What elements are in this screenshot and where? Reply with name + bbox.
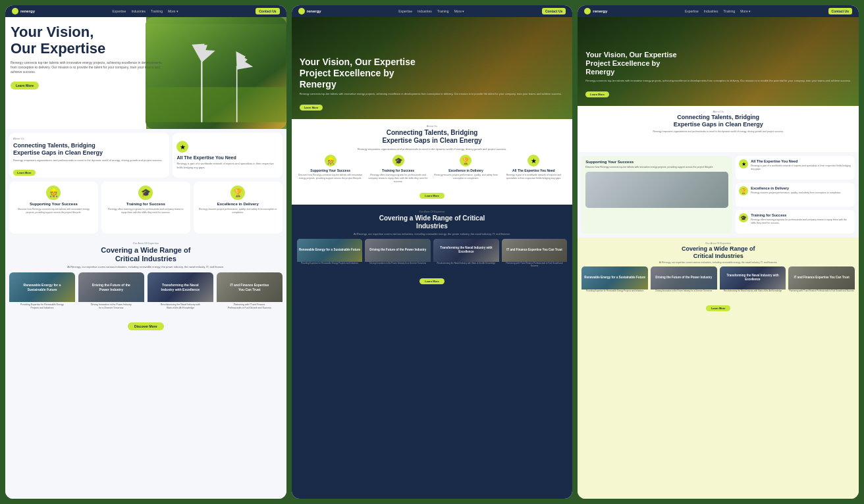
ind-text-1: At Renergy, our expertise covers various… [9,265,283,268]
hero-dark-cta-2[interactable]: Learn More [300,105,323,111]
ind-sub-renewable-1: Providing Expertise for Renewable Energy… [9,302,75,309]
about-star-icon: ★ [176,141,188,153]
hero-dark-title-2: Your Vision, Our ExpertiseProject Excell… [300,57,562,89]
ind-sub-power-1: Driving Innovation in the Power Industry… [78,302,144,309]
about-text-1: Renergy empowers organizations and profe… [13,159,165,163]
ind-cta-1[interactable]: Discover More [128,322,163,330]
ind-yellow-card-2[interactable]: Driving the Future of the Power Industry… [651,266,717,303]
panel-1: renergy Expertise Industries Training Mo… [5,5,286,499]
ind-yellow-card-1[interactable]: Renewable Energy for a Sustainable Futur… [581,266,648,303]
conn-ftitle-4: All The Expertise You Need [501,168,566,172]
ind-yellow-title: Covering a Wide Range ofCritical Industr… [581,245,855,260]
feature-title-2: Training for Success [126,202,165,206]
about-side-1: ★ All The Expertise You Need Renergy is … [173,133,282,178]
hero-text-1: Renergy connects top-tier talents with i… [11,61,165,74]
nav2-more[interactable]: More ▾ [454,9,465,13]
conn-ftitle-2: Training for Success [366,168,431,172]
features-1: 👷 Supporting Your Success Discover how R… [5,182,286,238]
ind-yellow-sub-1: Providing Expertise for Renewable Energy… [581,290,648,293]
tcl-text: Discover how Renergy connects top-tier t… [585,166,728,168]
nav-training[interactable]: Training [151,9,163,13]
ind-overlay-1: Renewable Energy for aSustainable Future [9,272,75,302]
industries-2: Our Area Of Expertise Covering a Wide Ra… [292,205,573,499]
nav-industries[interactable]: Industries [131,9,146,13]
tcr-icon-1: ★ [739,159,748,168]
conn-cta-2[interactable]: Learn More [419,193,445,199]
hero-dark-text-3: Renergy connects top-tier talents with i… [585,79,851,83]
ind-card-power-1[interactable]: Driving the Future of thePower Industry … [78,272,144,318]
tcr-text-2: Renergy ensures project performance, qua… [751,191,851,195]
ind-dark-btn-wrap: Learn More [297,278,568,284]
conn-ftext-3: Renergy ensures project performance, qua… [434,174,499,180]
conn-tag-2: About Us [298,124,566,128]
nav2-expertise[interactable]: Expertise [398,9,412,13]
ind-dark-tag-2: Our Area Of Expertise [297,210,568,213]
nav3-training[interactable]: Training [723,9,735,13]
ind-yellow-text: At Renergy, our expertise covers various… [581,261,855,264]
logo-circle [12,8,18,14]
logo-text-3: renergy [593,9,607,13]
ind-yellow-card-4[interactable]: IT and Finance Expertise You Can Trust P… [788,266,855,303]
nav-cta-2[interactable]: Contact Us [542,8,566,14]
nav3-industries[interactable]: Industries [704,9,718,13]
ind-dark-card-finance[interactable]: IT and Finance Expertise You Can Trust P… [502,239,568,275]
feature-title-3: Excellence in Delivery [217,202,259,206]
svg-rect-1 [146,87,286,122]
ind-yellow-card-3[interactable]: Transforming the Naval Industry with Exc… [720,266,786,303]
conn-feat-1: 👷 Supporting Your Success Discover how R… [298,155,363,184]
ind-card-finance-1[interactable]: IT and Finance ExpertiseYou Can Trust Pa… [217,272,283,318]
about-tag-1: About Us [13,137,165,140]
nav-links-1: Expertise Industries Training More ▾ [113,9,178,13]
ind-dark-card-renewable[interactable]: Renewable Energy for a Sustainable Futur… [297,239,363,275]
nav-3: renergy Expertise Industries Training Mo… [578,5,859,17]
feature-card-2: 🎓 Training for Success Renergy offers tr… [101,182,190,234]
connecting-2: About Us Connecting Talents, BridgingExp… [292,119,573,205]
panel-3: renergy Expertise Industries Training Mo… [578,5,859,499]
logo-text-2: renergy [307,9,321,13]
ind-card-renewable-1[interactable]: Renewable Energy for aSustainable Future… [9,272,75,318]
conn-ftext-4: Renergy is part of a worldwide network o… [501,174,566,180]
ind-dark-card-naval[interactable]: Transforming the Naval Industry with Exc… [433,239,499,275]
feature-card-3: 🏆 Excellence in Delivery Renergy ensures… [194,182,283,234]
ind-grid-1: Renewable Energy for aSustainable Future… [9,272,283,318]
tcr-title-2: Excellence in Delivery [751,186,851,190]
nav-cta-3[interactable]: Contact Us [828,8,852,14]
about-cta-1[interactable]: Learn More [13,170,36,176]
ind-dark-sub-1: Providing Expertise for Renewable Energy… [297,262,363,265]
industries-3: Our Area Of Expertise Covering a Wide Ra… [578,238,859,499]
hero-1: Your Vision,Our Expertise Renergy connec… [5,17,286,129]
tcr-text-1: Renergy is part of a worldwide network o… [751,164,851,170]
tcl-title: Supporting Your Success [585,160,728,164]
nav-more[interactable]: More ▾ [168,9,178,13]
ind-title-1: Covering a Wide Range ofCritical Industr… [9,246,283,263]
feature-icon-2: 🎓 [138,186,153,200]
ind-dark-cta-2[interactable]: Learn More [419,278,445,284]
nav3-expertise[interactable]: Expertise [685,9,699,13]
feature-icon-1: 👷 [46,186,61,200]
conn-ftext-1: Discover how Renergy connects top-tier t… [298,174,363,180]
ind-dark-card-power[interactable]: Driving the Future of the Power Industry… [365,239,431,275]
industries-1: Our Area Of Expertise Covering a Wide Ra… [5,238,286,499]
ind-sub-naval-1: Revolutionizing the Naval Industry withS… [148,302,213,309]
nav-cta[interactable]: Contact Us [256,8,279,14]
nav3-more[interactable]: More ▾ [740,9,751,13]
hero-title-1: Your Vision,Our Expertise [11,24,165,57]
ind-overlay-4: IT and Finance ExpertiseYou Can Trust [217,272,283,302]
tcr-feat-3: 🎓 Training for Success Renergy offers tr… [736,210,855,234]
nav2-industries[interactable]: Industries [418,9,432,13]
panel-2: renergy Expertise Industries Training Mo… [292,5,573,499]
logo-text: renergy [20,9,35,13]
hero-dark-cta-3[interactable]: Learn More [585,91,609,97]
ind-yellow-sub-3: Revolutionizing the Naval Industry with … [720,290,786,293]
ind-overlay-2: Driving the Future of thePower Industry [78,272,144,302]
ind-yellow-cta[interactable]: Learn More [706,305,731,311]
ind-dark-grid-2: Renewable Energy for a Sustainable Futur… [297,239,568,275]
nav-1: renergy Expertise Industries Training Mo… [5,5,286,17]
conn-icon-4: ★ [527,155,539,166]
hero-cta-1[interactable]: Learn More [11,82,39,89]
nav-expertise[interactable]: Expertise [113,9,126,13]
hero-content-1: Your Vision,Our Expertise Renergy connec… [11,24,165,89]
ind-card-naval-1[interactable]: Transforming the NavalIndustry with Exce… [148,272,213,318]
ind-label-power-1: Driving the Future of thePower Industry [92,283,130,291]
nav2-training[interactable]: Training [437,9,449,13]
